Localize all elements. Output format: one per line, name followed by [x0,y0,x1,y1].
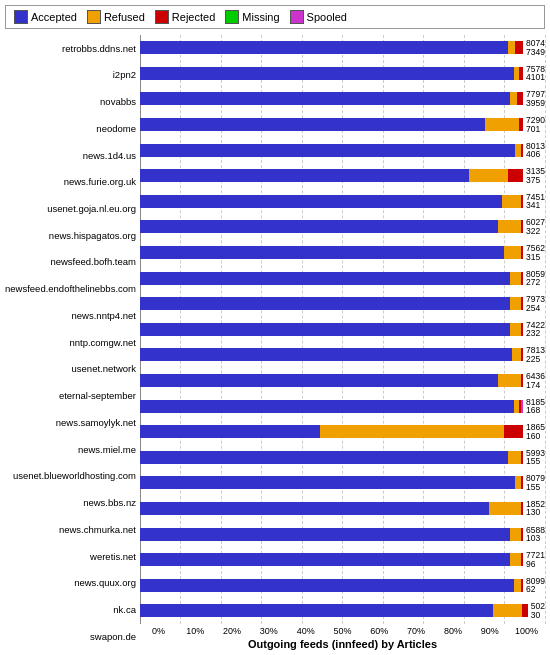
legend-item-rejected: Rejected [155,10,215,24]
bar-values-label: 1865160 [526,423,545,440]
bar-row: 80747349 [140,39,545,57]
bar-segment-accepted [140,297,510,310]
bar-values-label: 8185168 [526,398,545,415]
y-label: swapon.de [5,628,136,646]
legend-item-missing: Missing [225,10,279,24]
legend-label-refused: Refused [104,11,145,23]
bar-segment-refused [510,323,521,336]
bar-segment-refused [489,502,522,515]
bar-segment-rejected [508,169,523,182]
bar-row: 7290701 [140,116,545,134]
y-label: usenet.network [5,360,136,378]
bar-value-bottom: 160 [526,432,545,441]
bar-segment-accepted [140,41,508,54]
bar-values-label: 8079155 [526,474,545,491]
bar-values-label: 50230 [531,602,545,619]
bar-value-bottom: 254 [526,304,545,313]
bar-row: 8079155 [140,474,545,492]
bar-segment-refused [510,92,518,105]
bar-row: 7973254 [140,295,545,313]
bar-segments [140,297,523,310]
bar-values-label: 772196 [526,551,545,568]
bar-segments [140,144,523,157]
y-label: news.furie.org.uk [5,173,136,191]
bar-segment-rejected [521,246,523,259]
bar-value-bottom: 315 [526,253,545,262]
y-label: usenet.goja.nl.eu.org [5,200,136,218]
bar-values-label: 6436174 [526,372,545,389]
x-axis-title: Outgoing feeds (innfeed) by Articles [140,638,545,650]
bar-segment-refused [469,169,507,182]
chart-container: AcceptedRefusedRejectedMissingSpooled re… [0,0,550,655]
y-label: news.bbs.nz [5,494,136,512]
bar-values-label: 6588103 [526,526,545,543]
bar-segment-refused [502,195,521,208]
bar-segment-rejected [521,374,523,387]
bar-row: 772196 [140,551,545,569]
bar-segment-refused [504,246,521,259]
x-tick: 10% [177,626,214,636]
bar-segment-rejected [521,451,523,464]
legend-label-rejected: Rejected [172,11,215,23]
bar-segments [140,579,523,592]
bar-value-bottom: 701 [526,125,545,134]
bar-segment-rejected [519,67,523,80]
bar-segment-accepted [140,67,514,80]
legend-color-missing [225,10,239,24]
bar-segments [140,374,523,387]
bar-segment-rejected [521,348,523,361]
y-label: usenet.blueworldhosting.com [5,467,136,485]
y-label: novabbs [5,93,136,111]
y-label: retrobbs.ddns.net [5,39,136,57]
bar-segment-accepted [140,246,504,259]
y-label: weretis.net [5,547,136,565]
legend-label-missing: Missing [242,11,279,23]
x-tick: 30% [250,626,287,636]
bar-value-bottom: 375 [526,176,545,185]
bar-segment-accepted [140,553,510,566]
bars-wrapper: 8074734975784101779739597290701801340631… [140,35,545,650]
x-tick: 90% [471,626,508,636]
bar-segment-accepted [140,169,469,182]
bar-values-label: 809962 [526,577,545,594]
legend-label-accepted: Accepted [31,11,77,23]
bar-row: 8059272 [140,269,545,287]
bar-row: 50230 [140,602,545,620]
bar-segment-accepted [140,476,515,489]
legend-label-spooled: Spooled [307,11,347,23]
bar-values-label: 7451341 [526,193,545,210]
bar-segments [140,476,523,489]
bar-row: 8013406 [140,141,545,159]
y-label: news.1d4.us [5,146,136,164]
y-label: news.samoylyk.net [5,414,136,432]
bar-segments [140,92,523,105]
y-labels: retrobbs.ddns.neti2pn2novabbsneodomenews… [5,35,140,650]
bar-values-label: 8059272 [526,270,545,287]
bar-value-bottom: 174 [526,381,545,390]
x-tick: 50% [324,626,361,636]
y-label: i2pn2 [5,66,136,84]
bar-row: 6027322 [140,218,545,236]
x-tick: 60% [361,626,398,636]
bar-segment-accepted [140,451,508,464]
bar-segment-refused [510,297,521,310]
bar-row: 6588103 [140,525,545,543]
grid-line [545,35,546,624]
bar-segment-refused [508,451,521,464]
bar-segments [140,220,523,233]
bar-segments [140,67,523,80]
legend: AcceptedRefusedRejectedMissingSpooled [5,5,545,29]
bar-value-bottom: 322 [526,227,545,236]
bar-segment-refused [493,604,522,617]
bar-segments [140,502,523,515]
bar-values-label: 7422232 [526,321,545,338]
legend-item-spooled: Spooled [290,10,347,24]
bar-segment-accepted [140,118,485,131]
y-label: eternal-september [5,387,136,405]
bar-segment-spooled [521,400,523,413]
bar-segment-accepted [140,400,514,413]
bar-segments [140,425,523,438]
bar-segment-rejected [521,272,523,285]
bar-values-label: 75784101 [526,65,545,82]
bar-row: 809962 [140,576,545,594]
